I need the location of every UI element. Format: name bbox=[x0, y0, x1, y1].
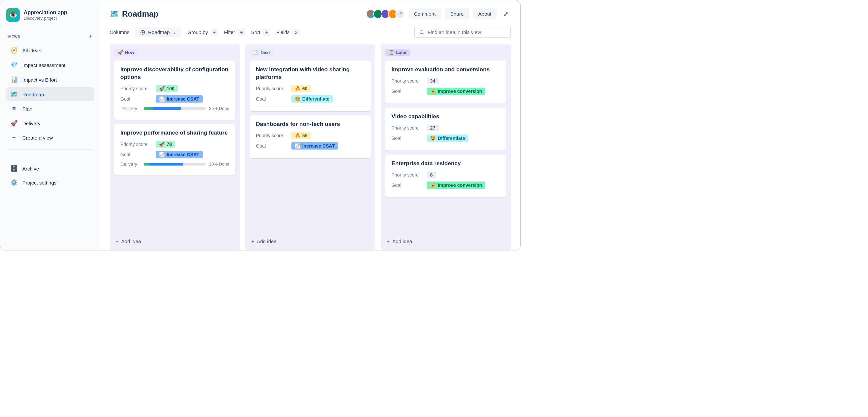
card-title: Improve evaluation and conversions bbox=[391, 66, 500, 74]
comment-button[interactable]: Comment bbox=[409, 8, 441, 19]
add-idea-label: Add idea bbox=[121, 239, 141, 244]
column-header: 🚀Now bbox=[114, 49, 137, 56]
sidebar-item-archive[interactable]: 🗄️Archive bbox=[6, 162, 94, 176]
add-idea-button[interactable]: +Add idea bbox=[250, 235, 371, 245]
map-icon: 🗺️ bbox=[110, 10, 119, 18]
sidebar: 👁️ Appreciation app Discovery project VI… bbox=[0, 0, 100, 250]
priority-row: Priority score🔥55 bbox=[256, 132, 365, 139]
plus-icon: + bbox=[10, 134, 18, 141]
list-icon: ≡ bbox=[10, 105, 18, 112]
app-name: Appreciation app bbox=[24, 10, 67, 16]
share-button[interactable]: Share bbox=[445, 8, 469, 19]
filter-menu[interactable]: Filter+ bbox=[224, 29, 245, 36]
sidebar-item-plan[interactable]: ≡Plan bbox=[6, 102, 94, 115]
expand-icon[interactable]: ⤢ bbox=[501, 9, 511, 19]
score-value: 8 bbox=[430, 172, 433, 177]
plus-icon: + bbox=[251, 239, 254, 244]
roadmap-column-selector[interactable]: Roadmap ⌄ bbox=[135, 27, 181, 37]
add-view-icon[interactable]: + bbox=[89, 33, 92, 40]
views-label: VIEWS bbox=[8, 35, 20, 39]
column-header-label: Later bbox=[396, 50, 407, 55]
priority-row: Priority score27 bbox=[391, 125, 500, 131]
priority-score-badge: 🚀100 bbox=[156, 85, 178, 92]
sidebar-item-create-view[interactable]: +Create a view bbox=[6, 131, 94, 144]
goal-row: Goal📈Increase CSAT bbox=[120, 95, 229, 103]
goal-row: Goal📈Increase CSAT bbox=[120, 151, 229, 158]
chart-icon: 📊 bbox=[10, 76, 18, 83]
fields-menu[interactable]: Fields3 bbox=[276, 29, 300, 35]
score-icon: 🚀 bbox=[159, 86, 165, 91]
column-header-icon: 🚀 bbox=[118, 50, 123, 55]
avatar-more[interactable]: +3 bbox=[395, 9, 405, 19]
idea-card[interactable]: Video capabilitiesPriority score27Goal🤩D… bbox=[385, 108, 506, 150]
idea-card[interactable]: Improve evaluation and conversionsPriori… bbox=[385, 61, 506, 104]
goal-row: Goal📈Increase CSAT bbox=[256, 142, 365, 149]
map-icon: 🗺️ bbox=[10, 91, 18, 98]
goal-label: Goal bbox=[391, 136, 422, 141]
groupby-menu[interactable]: Group by+ bbox=[187, 29, 218, 36]
sort-menu[interactable]: Sort+ bbox=[251, 29, 270, 36]
plus-icon: + bbox=[238, 29, 245, 36]
delivery-text: 13% Done bbox=[209, 162, 229, 167]
score-value: 78 bbox=[167, 142, 172, 147]
add-idea-label: Add idea bbox=[257, 239, 276, 244]
diamond-icon: 💎 bbox=[10, 61, 18, 69]
progress-bar bbox=[144, 107, 206, 110]
search-box[interactable] bbox=[414, 27, 511, 38]
priority-score-badge: 🔥55 bbox=[291, 132, 311, 139]
idea-card[interactable]: Improve performance of sharing featurePr… bbox=[114, 124, 235, 176]
add-idea-button[interactable]: +Add idea bbox=[385, 235, 506, 245]
goal-badge: 📈Increase CSAT bbox=[156, 95, 203, 103]
sidebar-item-impact-vs-effort[interactable]: 📊Impact vs Effort bbox=[6, 73, 94, 86]
idea-card[interactable]: Improve discoverability of configuration… bbox=[114, 61, 235, 120]
sidebar-divider bbox=[8, 149, 92, 149]
priority-label: Priority score bbox=[120, 142, 151, 147]
topbar: 🗺️ Roadmap +3 Comment Share About ⤢ bbox=[110, 8, 511, 19]
board: 🚀NowImprove discoverability of configura… bbox=[110, 44, 511, 250]
idea-card[interactable]: New integration with video sharing platf… bbox=[250, 61, 371, 111]
nav: 🧭All ideas 💎Impact assessment 📊Impact vs… bbox=[6, 43, 94, 144]
priority-label: Priority score bbox=[391, 172, 422, 177]
delivery-label: Delivery bbox=[120, 162, 139, 167]
compass-icon: 🧭 bbox=[10, 47, 18, 54]
sidebar-item-label: Roadmap bbox=[22, 92, 44, 97]
delivery-row: Delivery25% Done bbox=[120, 106, 229, 111]
about-button[interactable]: About bbox=[473, 8, 497, 19]
goal-text: Differentiate bbox=[302, 96, 330, 102]
board-column: ⏳LaterImprove evaluation and conversions… bbox=[381, 44, 511, 250]
score-value: 55 bbox=[302, 133, 308, 138]
column-header: ⏳Later bbox=[385, 49, 410, 56]
sidebar-item-roadmap[interactable]: 🗺️Roadmap bbox=[6, 87, 94, 101]
search-input[interactable] bbox=[428, 29, 506, 35]
roadmap-label: Roadmap bbox=[148, 29, 170, 35]
card-title: Video capabilities bbox=[391, 113, 500, 120]
sidebar-item-all-ideas[interactable]: 🧭All ideas bbox=[6, 43, 94, 57]
plus-icon: + bbox=[263, 29, 270, 36]
score-value: 60 bbox=[302, 86, 308, 91]
score-value: 100 bbox=[167, 86, 174, 91]
gear-icon: ⚙️ bbox=[10, 179, 18, 186]
add-idea-label: Add idea bbox=[392, 239, 412, 244]
fields-count: 3 bbox=[292, 29, 300, 35]
top-right: +3 Comment Share About ⤢ bbox=[366, 8, 511, 19]
goal-icon: 📈 bbox=[159, 96, 165, 102]
sidebar-item-project-settings[interactable]: ⚙️Project settings bbox=[6, 176, 94, 189]
idea-card[interactable]: Enterprise data residencyPriority score8… bbox=[385, 154, 506, 198]
goal-badge: 🤩Differentiate bbox=[427, 135, 468, 142]
priority-label: Priority score bbox=[120, 86, 151, 91]
sidebar-item-impact-assessment[interactable]: 💎Impact assessment bbox=[6, 58, 94, 72]
idea-card[interactable]: Dashboards for non-tech usersPriority sc… bbox=[250, 115, 371, 158]
goal-badge: 💰Improve conversion bbox=[427, 181, 485, 189]
goal-icon: 🤩 bbox=[430, 136, 436, 141]
board-column: 🚀NowImprove discoverability of configura… bbox=[110, 44, 240, 250]
priority-row: Priority score🚀78 bbox=[120, 141, 229, 147]
score-value: 34 bbox=[430, 78, 435, 83]
title-text: Roadmap bbox=[122, 9, 158, 19]
columns-menu[interactable]: Columns bbox=[110, 29, 129, 35]
column-header: 🕒Next bbox=[250, 49, 273, 56]
add-idea-button[interactable]: +Add idea bbox=[114, 235, 235, 245]
main: 🗺️ Roadmap +3 Comment Share About ⤢ Colu… bbox=[100, 0, 520, 250]
svg-line-3 bbox=[423, 33, 424, 34]
sidebar-item-delivery[interactable]: 🚀Delivery bbox=[6, 116, 94, 130]
goal-badge: 📈Increase CSAT bbox=[291, 142, 338, 149]
